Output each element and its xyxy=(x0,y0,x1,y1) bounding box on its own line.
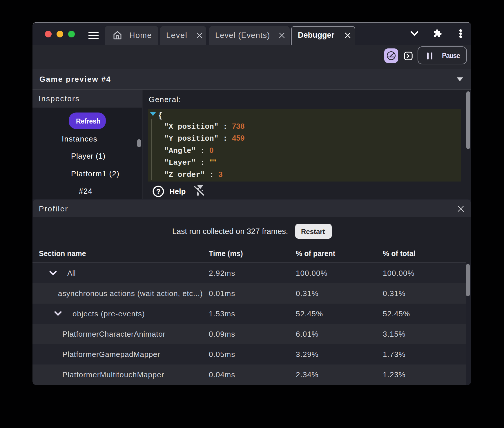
svg-text:?: ? xyxy=(156,188,161,195)
